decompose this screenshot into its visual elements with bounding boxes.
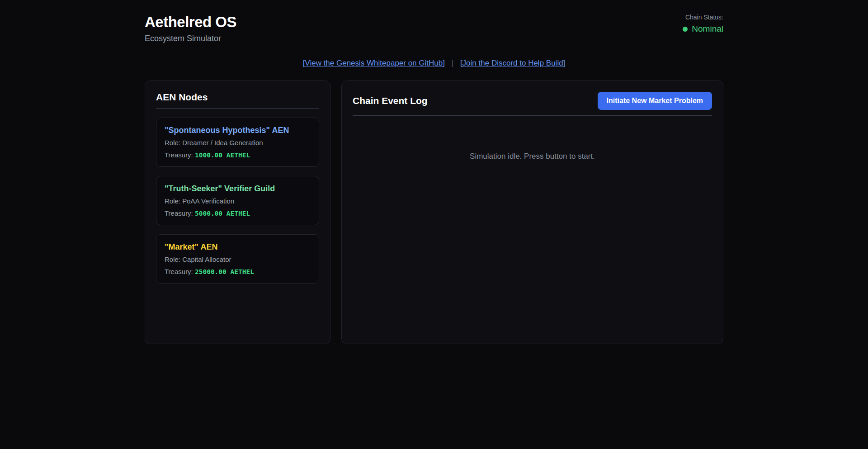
app-title: Aethelred OS bbox=[145, 14, 236, 31]
node-card-market: "Market" AEN Role: Capital Allocator Tre… bbox=[156, 234, 319, 284]
node-role: Role: Capital Allocator bbox=[165, 255, 311, 263]
treasury-value: 25000.00 AETHEL bbox=[195, 268, 254, 275]
node-role: Role: Dreamer / Idea Generation bbox=[165, 139, 311, 147]
header-title-block: Aethelred OS Ecosystem Simulator bbox=[145, 14, 236, 43]
chain-status: Chain Status: Nominal bbox=[683, 14, 723, 34]
whitepaper-link[interactable]: [View the Genesis Whitepaper on GitHub] bbox=[303, 59, 445, 67]
event-log-area: Simulation idle. Press button to start. bbox=[353, 152, 712, 333]
chain-status-value: Nominal bbox=[692, 24, 723, 34]
node-role: Role: PoAA Verification bbox=[165, 197, 311, 205]
node-treasury: Treasury: 1000.00 AETHEL bbox=[165, 151, 311, 159]
header: Aethelred OS Ecosystem Simulator Chain S… bbox=[145, 14, 723, 43]
initiate-market-problem-button[interactable]: Initiate New Market Problem bbox=[598, 92, 712, 110]
node-treasury: Treasury: 5000.00 AETHEL bbox=[165, 209, 311, 217]
node-name: "Market" AEN bbox=[165, 242, 311, 252]
status-dot-icon bbox=[683, 27, 688, 32]
log-panel-title: Chain Event Log bbox=[353, 95, 428, 106]
log-panel-header: Chain Event Log Initiate New Market Prob… bbox=[353, 92, 712, 116]
app-subtitle: Ecosystem Simulator bbox=[145, 34, 236, 43]
node-name: "Truth-Seeker" Verifier Guild bbox=[165, 184, 311, 194]
external-links: [View the Genesis Whitepaper on GitHub] … bbox=[145, 59, 723, 68]
app-container: Aethelred OS Ecosystem Simulator Chain S… bbox=[145, 0, 723, 344]
chain-status-value-row: Nominal bbox=[683, 24, 723, 34]
treasury-value: 1000.00 AETHEL bbox=[195, 151, 250, 159]
node-card-spontaneous-hypothesis: "Spontaneous Hypothesis" AEN Role: Dream… bbox=[156, 118, 319, 167]
nodes-panel-title: AEN Nodes bbox=[156, 92, 319, 109]
node-card-truth-seeker: "Truth-Seeker" Verifier Guild Role: PoAA… bbox=[156, 176, 319, 225]
main-content: AEN Nodes "Spontaneous Hypothesis" AEN R… bbox=[145, 80, 723, 344]
chain-event-log-panel: Chain Event Log Initiate New Market Prob… bbox=[341, 80, 723, 344]
node-treasury: Treasury: 25000.00 AETHEL bbox=[165, 268, 311, 275]
chain-status-label: Chain Status: bbox=[683, 14, 723, 21]
discord-link[interactable]: [Join the Discord to Help Build] bbox=[460, 59, 565, 67]
node-name: "Spontaneous Hypothesis" AEN bbox=[165, 126, 311, 135]
link-separator: | bbox=[452, 59, 453, 67]
aen-nodes-panel: AEN Nodes "Spontaneous Hypothesis" AEN R… bbox=[145, 80, 330, 344]
treasury-value: 5000.00 AETHEL bbox=[195, 210, 250, 217]
simulation-idle-message: Simulation idle. Press button to start. bbox=[353, 152, 712, 161]
